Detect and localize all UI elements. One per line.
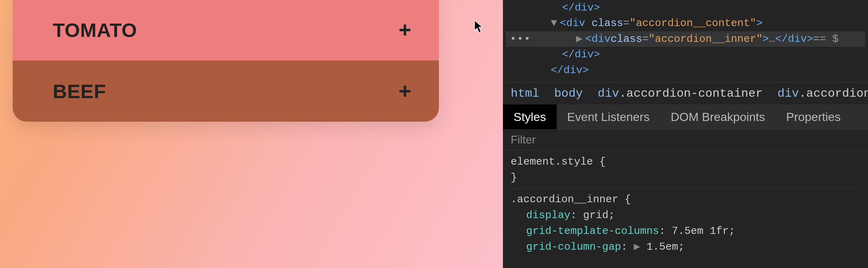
style-rule-accordion-inner[interactable]: .accordion__inner { display: grid; grid-…	[511, 192, 860, 255]
styles-pane[interactable]: element.style { } .accordion__inner { di…	[503, 151, 868, 255]
breadcrumb-item[interactable]: div.accordion-container	[598, 87, 762, 100]
dom-node-selected[interactable]: ••• ▶<div class="accordion__inner">…</di…	[506, 31, 865, 47]
tab-styles[interactable]: Styles	[503, 104, 557, 129]
mouse-cursor-icon	[474, 20, 484, 34]
elements-dom-tree[interactable]: </div> ▼<div class="accordion__content">…	[503, 0, 868, 82]
styles-filter-input[interactable]	[511, 133, 860, 146]
plus-icon: +	[398, 80, 411, 102]
style-rule-element[interactable]: element.style { }	[511, 154, 860, 189]
accordion-container: TOMATO + BEEF +	[13, 0, 439, 122]
overflow-ellipsis-icon: •••	[506, 31, 537, 47]
tab-dom-breakpoints[interactable]: DOM Breakpoints	[660, 104, 776, 129]
breadcrumb-item[interactable]: div.accordion	[778, 87, 868, 100]
dom-node[interactable]: </div>	[506, 63, 865, 78]
tab-event-listeners[interactable]: Event Listeners	[557, 104, 660, 129]
accordion-header-beef[interactable]: BEEF +	[13, 60, 439, 122]
breadcrumb-item[interactable]: html	[511, 87, 540, 100]
page-preview: TOMATO + BEEF +	[0, 0, 503, 268]
accordion-header-tomato[interactable]: TOMATO +	[13, 0, 439, 60]
accordion-label: BEEF	[53, 80, 106, 103]
devtools-subtabs: Styles Event Listeners DOM Breakpoints P…	[503, 104, 868, 129]
accordion-label: TOMATO	[53, 19, 137, 42]
dom-node[interactable]: ▼<div class="accordion__content">	[506, 15, 865, 31]
tab-properties[interactable]: Properties	[776, 104, 851, 129]
dom-node[interactable]: </div>	[506, 47, 865, 62]
dom-node[interactable]: </div>	[506, 0, 865, 15]
breadcrumb-item[interactable]: body	[554, 87, 583, 100]
plus-icon: +	[398, 19, 411, 41]
styles-filter-row	[503, 129, 868, 151]
devtools-panel: </div> ▼<div class="accordion__content">…	[503, 0, 868, 268]
elements-breadcrumbs[interactable]: html body div.accordion-container div.ac…	[503, 82, 868, 104]
